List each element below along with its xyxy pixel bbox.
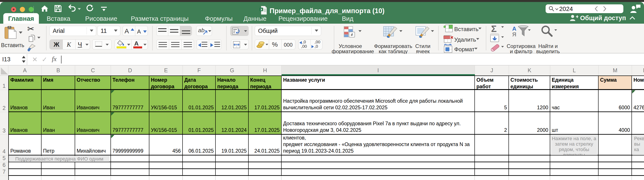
tab-Данные[interactable]: Данные <box>238 13 271 24</box>
cell-K4[interactable] <box>509 135 550 156</box>
search-prev-icon[interactable] <box>594 6 598 12</box>
tab-Формулы[interactable]: Формулы <box>200 13 238 24</box>
cell-D2[interactable]: 79777777777 <box>111 90 149 112</box>
cell-A6[interactable] <box>8 162 42 169</box>
cell-M7[interactable] <box>598 169 632 176</box>
percent-format-button[interactable]: % <box>269 40 282 49</box>
align-left-button[interactable] <box>156 40 169 49</box>
tab-Вид[interactable]: Вид <box>337 13 358 24</box>
fill-dropdown[interactable] <box>501 36 504 38</box>
cell-K5[interactable] <box>509 156 550 162</box>
cell-M8[interactable] <box>598 176 632 180</box>
cell-A2[interactable]: Иванов <box>8 90 42 112</box>
name-box[interactable]: I13 <box>2 56 10 63</box>
underline-dropdown-arrow[interactable] <box>86 44 88 46</box>
format-painter-icon[interactable] <box>27 44 36 52</box>
decrease-decimal-button[interactable]: ,00 ,0 <box>310 40 323 49</box>
cell-I3[interactable]: Доставка технического оборудования Pixel… <box>282 112 475 135</box>
cell-I1[interactable]: Название услуги <box>282 76 475 90</box>
cell-E2[interactable]: УК/156-015 <box>149 90 183 112</box>
column-header-G[interactable]: G <box>216 66 249 76</box>
row-header-8[interactable]: 8 <box>0 176 8 180</box>
cell-D8[interactable] <box>111 176 149 180</box>
cell-L2[interactable]: час <box>550 90 598 112</box>
cell-I5[interactable] <box>282 156 475 162</box>
cell-A3[interactable]: Иванов <box>8 112 42 135</box>
cell-N1[interactable]: Номер <box>632 76 644 90</box>
select-all-corner[interactable] <box>0 66 8 76</box>
search-box[interactable]: 2024 ✕ <box>546 4 623 13</box>
insert-cells-dropdown[interactable] <box>478 28 482 29</box>
cell-M6[interactable] <box>598 162 632 169</box>
format-cells-icon[interactable] <box>443 44 453 53</box>
cell-D4[interactable]: 79999999999 <box>111 135 149 156</box>
merge-cells-button[interactable] <box>231 39 249 50</box>
cell-N2[interactable]: 42764 <box>632 90 644 112</box>
cell-C6[interactable] <box>75 162 111 169</box>
cell-G7[interactable] <box>216 169 249 176</box>
cell-K6[interactable] <box>509 162 550 169</box>
delete-cells-dropdown[interactable] <box>476 38 479 40</box>
cell-C4[interactable]: Михайлович <box>75 135 111 156</box>
cell-F4[interactable]: 06.01.2025 <box>183 135 216 156</box>
cell-G4[interactable]: 19.01.2025 <box>216 135 249 156</box>
cell-H3[interactable]: 17.01.2025 <box>249 112 282 135</box>
italic-button[interactable]: К <box>63 40 76 49</box>
format-as-table-dropdown[interactable] <box>399 30 402 32</box>
row-header-4[interactable]: 4 <box>0 135 8 156</box>
paste-button-label[interactable]: Вставить <box>0 42 25 48</box>
column-header-K[interactable]: K <box>509 66 550 76</box>
cell-E6[interactable] <box>149 162 183 169</box>
cell-E3[interactable]: УК/156-015 <box>149 112 183 135</box>
cell-L7[interactable] <box>550 169 598 176</box>
cell-E5[interactable] <box>149 156 183 162</box>
orientation-button[interactable]: ab <box>196 26 212 36</box>
cell-E8[interactable] <box>149 176 183 180</box>
align-top-button[interactable] <box>156 26 168 36</box>
font-name-select[interactable]: Arial <box>50 26 96 36</box>
cell-J3[interactable]: 2 <box>475 112 509 135</box>
cell-H2[interactable]: 17.01.2025 <box>249 90 282 112</box>
cancel-entry-icon[interactable]: ✕ <box>32 56 38 63</box>
sort-filter-dropdown[interactable] <box>528 29 531 31</box>
fill-down-icon[interactable] <box>490 34 499 42</box>
format-cells-label[interactable]: Формат <box>454 46 474 53</box>
tab-Рецензирование[interactable]: Рецензирование <box>274 13 332 24</box>
format-cells-dropdown[interactable] <box>474 48 478 50</box>
tab-Вставка[interactable]: Вставка <box>42 13 75 24</box>
tab-Рисование[interactable]: Рисование <box>80 13 122 24</box>
cell-F6[interactable] <box>183 162 216 169</box>
copy-dropdown-arrow[interactable] <box>37 37 40 39</box>
cell-M4[interactable] <box>598 135 632 156</box>
cell-L6[interactable] <box>550 162 598 169</box>
row-header-6[interactable]: 6 <box>0 162 8 169</box>
underline-button[interactable]: Ч <box>76 40 85 49</box>
insert-cells-label[interactable]: Вставить <box>454 26 478 33</box>
bold-button[interactable]: Ж <box>50 40 63 49</box>
cell-J6[interactable] <box>475 162 509 169</box>
row-header-1[interactable]: 1 <box>0 76 8 90</box>
autosum-icon[interactable]: Σ <box>491 24 496 34</box>
tab-Главная[interactable]: Главная <box>3 13 39 24</box>
search-input[interactable]: 2024 <box>559 5 573 12</box>
cell-I2[interactable]: Настройка программного обеспечения Micro… <box>282 90 475 112</box>
cell-K1[interactable]: Стоимость единицы <box>509 76 550 90</box>
column-header-F[interactable]: F <box>183 66 216 76</box>
cell-N7[interactable] <box>632 169 644 176</box>
cell-C3[interactable]: Иванович <box>75 112 111 135</box>
increase-decimal-button[interactable]: ,0 ,00 <box>298 40 310 49</box>
row-header-3[interactable]: 3 <box>0 112 8 135</box>
formula-input-caret[interactable] <box>61 56 62 64</box>
cell-L8[interactable] <box>550 176 598 180</box>
cell-H4[interactable]: 24.01.2025 <box>249 135 282 156</box>
cell-B2[interactable]: Иван <box>42 90 75 112</box>
cell-G3[interactable]: 12.01.2024 <box>216 112 249 135</box>
cell-D1[interactable]: Телефон <box>111 76 149 90</box>
cell-N8[interactable] <box>632 176 644 180</box>
cell-I8[interactable] <box>282 176 475 180</box>
name-box-up-icon[interactable] <box>22 56 26 58</box>
row-header-7[interactable]: 7 <box>0 169 8 176</box>
align-center-button[interactable] <box>169 40 182 49</box>
find-select-dropdown[interactable] <box>554 29 557 31</box>
insert-function-icon[interactable]: fx <box>52 55 57 63</box>
